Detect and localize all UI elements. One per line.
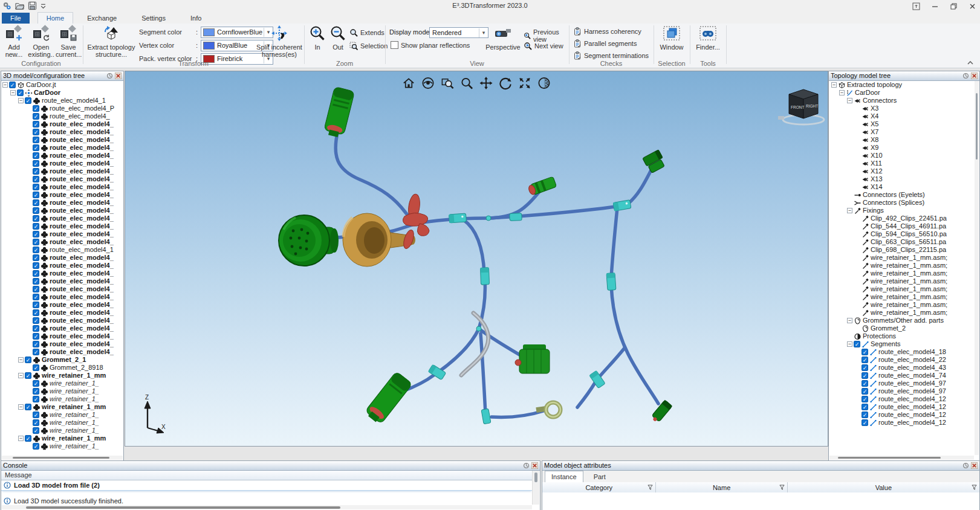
parallel-segments-button[interactable]: Parallel segments <box>573 39 637 48</box>
tree-checkbox-checked[interactable]: ✓ <box>862 396 868 402</box>
tree-node[interactable]: ✓route_elec_model4_ <box>1 167 123 175</box>
tree-checkbox-checked[interactable]: ✓ <box>33 333 39 340</box>
tree-node[interactable]: ✓route_elec_model4_22 <box>829 356 975 364</box>
tree-node[interactable]: ✓route_elec_model4_ <box>1 238 123 246</box>
tree-expander-icon[interactable]: − <box>847 318 852 323</box>
tree-node[interactable]: X5 <box>829 120 975 128</box>
tree-checkbox-checked[interactable]: ✓ <box>33 184 39 190</box>
tree-node[interactable]: ✓wire_retainer_1_ <box>1 379 123 387</box>
tree-node[interactable]: −✓wire_retainer_1_mm <box>1 434 123 442</box>
tree-checkbox-checked[interactable]: ✓ <box>33 207 39 214</box>
tree-checkbox-checked[interactable]: ✓ <box>33 215 39 222</box>
zoom-extends-button[interactable]: Extends <box>349 28 385 37</box>
tree-node[interactable]: Clip_492_Clips_22451.pa <box>829 215 975 222</box>
close-panel-icon[interactable] <box>971 462 978 469</box>
tree-checkbox-checked[interactable]: ✓ <box>33 388 39 395</box>
tree-checkbox-checked[interactable]: ✓ <box>25 404 31 410</box>
tree-node[interactable]: −CarDoor <box>829 89 975 97</box>
finder-button[interactable]: Finder... <box>695 25 721 51</box>
tree-node[interactable]: ✓route_elec_model4_ <box>1 160 123 167</box>
tree-node[interactable]: ✓wire_retainer_1_ <box>1 427 123 434</box>
tree-node[interactable]: ✓route_elec_model4_ <box>1 317 123 324</box>
viewport-3d[interactable]: FRONT RIGHT Z X <box>125 71 828 447</box>
tree-checkbox-checked[interactable]: ✓ <box>33 349 39 355</box>
tree-checkbox-checked[interactable]: ✓ <box>33 231 39 237</box>
tree-checkbox-checked[interactable]: ✓ <box>862 388 868 395</box>
tree-node[interactable]: ✓route_elec_model4_ <box>1 191 123 199</box>
tree-checkbox-checked[interactable]: ✓ <box>33 302 39 308</box>
tree-checkbox-checked[interactable]: ✓ <box>17 89 24 96</box>
tree-node[interactable]: ✓route_elec_model4_74 <box>829 372 975 379</box>
tree-node[interactable]: −✓CarDoor.jt <box>1 81 123 89</box>
tree-node[interactable]: Clip_544_Clips_46911.pa <box>829 222 975 230</box>
tree-node[interactable]: ✓route_elec_model4_ <box>1 262 123 270</box>
tree-node[interactable]: −✓route_elec_model4_1 <box>1 97 123 105</box>
tree-checkbox-checked[interactable]: ✓ <box>33 325 39 332</box>
tree-checkbox-checked[interactable]: ✓ <box>25 372 31 379</box>
collapse-ribbon-icon[interactable] <box>967 60 974 65</box>
tree-expander-icon[interactable]: − <box>847 208 852 213</box>
tree-checkbox-checked[interactable]: ✓ <box>33 419 39 426</box>
tree-node[interactable]: ✓route_elec_model4_ <box>1 254 123 262</box>
tree-node[interactable]: ✓route_elec_model4_ <box>1 215 123 222</box>
save-current-button[interactable]: Save current... <box>56 25 81 58</box>
tree-node[interactable]: ✓route_elec_model4_ <box>1 301 123 309</box>
close-panel-icon[interactable] <box>971 73 978 79</box>
close-panel-icon[interactable] <box>531 462 538 469</box>
pan-icon[interactable] <box>479 76 493 90</box>
console-column-header[interactable]: Message <box>1 471 532 480</box>
tree-node[interactable]: ✓wire_retainer_1_ <box>1 442 123 450</box>
tree-node[interactable]: ✓route_elec_model4_ <box>1 293 123 301</box>
tree-node[interactable]: ✓route_elec_model4_ <box>1 175 123 183</box>
tree-node[interactable]: ✓route_elec_model4_ <box>1 152 123 160</box>
tree-node[interactable]: X10 <box>829 152 975 160</box>
tree-checkbox-checked[interactable]: ✓ <box>862 357 868 363</box>
tree-expander-icon[interactable]: − <box>18 436 24 441</box>
tree-node[interactable]: X3 <box>829 105 975 112</box>
tree-checkbox-checked[interactable]: ✓ <box>33 192 39 198</box>
tree-checkbox-checked[interactable]: ✓ <box>33 262 39 269</box>
tree-node[interactable]: X14 <box>829 183 975 191</box>
tree-node[interactable]: ✓route_elec_model4_ <box>1 309 123 317</box>
tree-node[interactable]: ✓Grommet_2_8918 <box>1 364 123 372</box>
tree-node[interactable]: Clip_663_Clips_56511.pa <box>829 238 975 246</box>
open-existing-button[interactable]: Open existing.. <box>28 25 54 58</box>
ribbon-display-options-icon[interactable] <box>912 2 920 10</box>
tree-node[interactable]: ✓route_elec_model4_12 <box>829 411 975 419</box>
tree-checkbox-checked[interactable]: ✓ <box>862 349 868 355</box>
tree-node[interactable]: wire_retainer_1_mm.asm; <box>829 293 975 301</box>
tree-checkbox-checked[interactable]: ✓ <box>33 137 39 143</box>
tree-node[interactable]: Grommet_2 <box>829 324 975 332</box>
tree-node[interactable]: ✓route_elec_model4_1 <box>1 246 123 254</box>
tree-checkbox-checked[interactable]: ✓ <box>33 247 39 253</box>
tree-node[interactable]: −✓wire_retainer_1_mm <box>1 372 123 379</box>
tree-node[interactable]: ✓route_elec_model4_43 <box>829 364 975 372</box>
console-vscrollbar[interactable] <box>532 471 539 505</box>
right-panel-vscrollbar[interactable] <box>975 81 979 455</box>
tree-checkbox-checked[interactable]: ✓ <box>33 294 39 300</box>
tree-checkbox-checked[interactable]: ✓ <box>33 341 39 347</box>
tree-node[interactable]: wire_retainer_1_mm.asm; <box>829 270 975 277</box>
tree-checkbox-checked[interactable]: ✓ <box>33 427 39 434</box>
tree-node[interactable]: ✓route_elec_model4_ <box>1 340 123 348</box>
tree-checkbox-checked[interactable]: ✓ <box>33 199 39 206</box>
tree-node[interactable]: ✓route_elec_model4_ <box>1 230 123 238</box>
tree-node[interactable]: ✓route_elec_model4_ <box>1 199 123 207</box>
tree-expander-icon[interactable]: − <box>18 357 24 363</box>
tree-expander-icon[interactable]: − <box>839 90 845 95</box>
tree-checkbox-checked[interactable]: ✓ <box>33 254 39 261</box>
tree-expander-icon[interactable]: − <box>2 82 8 88</box>
display-mode-select[interactable]: Rendered ▾ <box>429 27 488 38</box>
tree-node[interactable]: ✓route_elec_model4_ <box>1 207 123 215</box>
close-panel-icon[interactable] <box>115 73 122 79</box>
tree-checkbox-checked[interactable]: ✓ <box>33 364 39 371</box>
column-name[interactable]: Name <box>656 482 787 492</box>
tree-expander-icon[interactable]: − <box>18 98 24 103</box>
tree-checkbox-checked[interactable]: ✓ <box>33 396 39 402</box>
tree-checkbox-checked[interactable]: ✓ <box>9 82 16 88</box>
home-view-icon[interactable] <box>402 76 416 90</box>
tree-node[interactable]: −Extracted topology <box>829 81 975 89</box>
tree-node[interactable]: Clip_594_Clips_56510.pa <box>829 230 975 238</box>
tree-node[interactable]: X13 <box>829 175 975 183</box>
tree-node[interactable]: ✓route_elec_model4_ <box>1 222 123 230</box>
